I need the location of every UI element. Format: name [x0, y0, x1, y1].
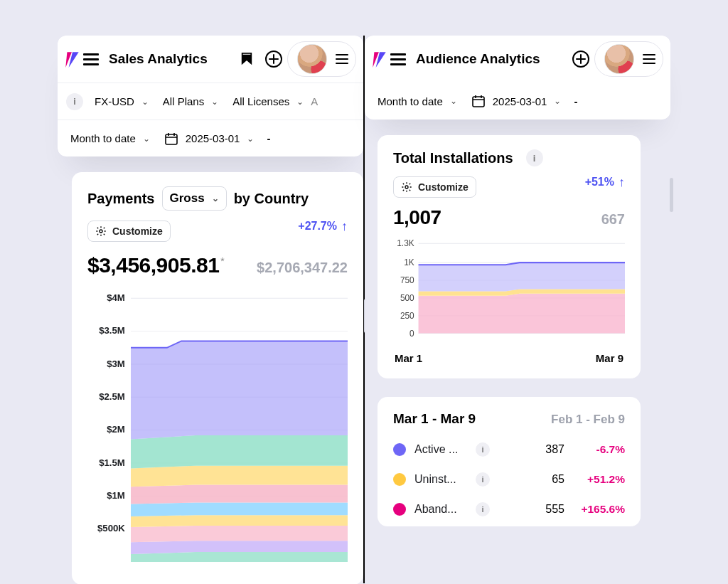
svg-text:1K: 1K — [404, 258, 414, 267]
bookmark-icon[interactable] — [233, 46, 260, 73]
app-logo-icon — [63, 50, 82, 68]
app-logo-icon — [370, 50, 389, 68]
add-button[interactable] — [567, 46, 594, 73]
calendar-icon — [471, 94, 486, 108]
installations-chart: 1.3K 1K 750 500 250 0 — [393, 239, 625, 342]
installations-value: 1,007 — [393, 206, 441, 229]
table-prev-period: Feb 1 - Feb 9 — [551, 413, 625, 427]
filter-overflow: A — [311, 95, 318, 107]
series-dot — [393, 473, 406, 486]
chart-x-end: Mar 9 — [596, 352, 623, 364]
scrollbar[interactable] — [670, 178, 673, 212]
menu-icon[interactable] — [390, 51, 406, 67]
svg-text:$500K: $500K — [97, 524, 125, 533]
filters-row-2: Month to date⌄ 2025-03-01⌄ - — [58, 120, 363, 156]
user-menu[interactable] — [594, 41, 663, 77]
page-title: Sales Analytics — [109, 51, 208, 67]
customize-button[interactable]: Customize — [393, 176, 476, 198]
chart-x-start: Mar 1 — [395, 352, 422, 364]
svg-text:$3.5M: $3.5M — [99, 326, 125, 336]
series-dot — [393, 503, 406, 516]
user-menu[interactable] — [287, 41, 356, 77]
row-value: 65 — [508, 473, 564, 486]
info-icon[interactable]: i — [526, 149, 543, 166]
row-label: Uninst... — [414, 473, 476, 486]
payments-value: $3,456,905.81* — [87, 253, 224, 277]
svg-text:750: 750 — [400, 275, 414, 285]
info-icon[interactable]: i — [66, 93, 83, 110]
svg-text:$3M: $3M — [107, 359, 125, 368]
row-pct: +165.6% — [564, 503, 625, 516]
audience-header: Audience Analytics — [365, 36, 670, 83]
svg-text:$2M: $2M — [107, 425, 125, 435]
avatar — [604, 44, 634, 74]
row-label: Active ... — [414, 443, 476, 456]
installations-trend: +51%↑ — [585, 175, 625, 190]
payments-suffix: by Country — [234, 191, 309, 207]
table-row: Aband...i555+165.6% — [393, 502, 625, 516]
user-menu-icon — [638, 48, 660, 70]
svg-text:1.3K: 1.3K — [397, 239, 414, 248]
installations-card: Total Installations i Customize +51%↑ 1,… — [378, 135, 641, 378]
info-icon[interactable]: i — [476, 502, 490, 516]
filters-row-1: i FX-USD⌄ All Plans⌄ All Licenses⌄ A — [58, 83, 363, 120]
page-title: Audience Analytics — [416, 51, 540, 67]
row-value: 387 — [508, 443, 564, 456]
payments-card: Payments Gross⌄ by Country Customize +27… — [72, 172, 363, 584]
customize-icon — [95, 225, 107, 237]
svg-text:$2.5M: $2.5M — [99, 393, 125, 402]
installations-title: Total Installations — [393, 150, 513, 166]
filters-row: Month to date⌄ 2025-03-01⌄ - — [365, 83, 670, 120]
menu-icon[interactable] — [83, 51, 99, 67]
gross-dropdown[interactable]: Gross⌄ — [162, 186, 227, 211]
table-row: Uninst...i65+51.2% — [393, 472, 625, 487]
calendar-icon — [164, 132, 178, 146]
date-picker[interactable]: 2025-03-01⌄ — [157, 132, 262, 146]
payments-trend: +27.7%↑ — [298, 219, 348, 234]
series-dot — [393, 443, 406, 456]
payments-prev: $2,706,347.22 — [257, 260, 348, 276]
svg-text:0: 0 — [410, 328, 414, 338]
licenses-dropdown[interactable]: All Licenses⌄ — [225, 95, 311, 107]
add-button[interactable] — [260, 46, 287, 73]
table-period: Mar 1 - Mar 9 — [393, 411, 476, 427]
row-pct: +51.2% — [564, 473, 625, 486]
table-row: Active ...i387-6.7% — [393, 442, 625, 457]
svg-text:$1M: $1M — [107, 492, 125, 501]
user-menu-icon — [331, 48, 353, 70]
info-icon[interactable]: i — [476, 442, 490, 457]
row-value: 555 — [508, 503, 564, 516]
svg-point-22 — [405, 186, 408, 189]
customize-icon — [401, 181, 412, 193]
customize-button[interactable]: Customize — [87, 221, 171, 242]
payments-chart: $4M $3.5M $3M $2.5M $2M $1.5M $1M $500K — [87, 292, 348, 562]
range-dropdown[interactable]: Month to date⌄ — [370, 95, 464, 107]
sales-header: Sales Analytics — [58, 36, 363, 83]
info-icon[interactable]: i — [476, 472, 490, 487]
installations-prev: 667 — [601, 211, 625, 228]
row-label: Aband... — [414, 503, 476, 516]
svg-point-3 — [100, 230, 102, 233]
svg-text:$1.5M: $1.5M — [99, 458, 125, 467]
row-pct: -6.7% — [564, 443, 625, 456]
svg-text:500: 500 — [400, 293, 414, 303]
plans-dropdown[interactable]: All Plans⌄ — [156, 95, 225, 107]
breakdown-table: Mar 1 - Mar 9 Feb 1 - Feb 9 Active ...i3… — [378, 397, 641, 526]
svg-rect-2 — [166, 134, 177, 144]
svg-text:250: 250 — [400, 311, 414, 321]
date-range-dash: - — [568, 95, 583, 107]
date-picker[interactable]: 2025-03-01⌄ — [464, 94, 569, 108]
fx-dropdown[interactable]: FX-USD⌄ — [87, 95, 156, 107]
date-range-dash: - — [261, 132, 276, 144]
svg-text:$4M: $4M — [107, 293, 125, 302]
range-dropdown[interactable]: Month to date⌄ — [63, 132, 157, 144]
svg-rect-21 — [473, 97, 484, 107]
payments-title: Payments — [87, 191, 155, 207]
avatar — [297, 44, 327, 74]
